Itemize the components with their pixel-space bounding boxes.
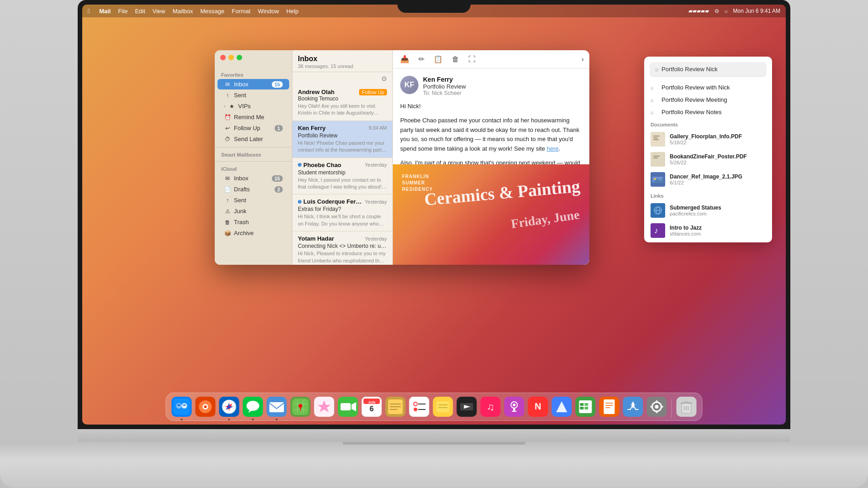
svg-rect-84 — [585, 407, 588, 409]
suggestion-item-1[interactable]: ⌕ Portfolio Review with Nick — [644, 81, 772, 94]
minimize-button[interactable] — [228, 55, 234, 60]
menubar-format[interactable]: Format — [232, 8, 250, 15]
move-toolbar-btn[interactable]: 📋 — [432, 54, 445, 64]
svg-rect-20 — [174, 399, 190, 415]
sidebar-item-icloud-inbox[interactable]: ✉ Inbox 15 — [217, 173, 289, 184]
svg-point-28 — [204, 405, 207, 408]
menubar-view[interactable]: View — [153, 8, 165, 15]
svg-rect-83 — [585, 403, 588, 406]
search-menubar-icon[interactable]: ⌕ — [725, 8, 728, 14]
search-suggestions: ⌕ Portfolio Review with Nick ⌕ Portfolio… — [644, 79, 772, 242]
search-input[interactable] — [662, 66, 761, 73]
dock-pixelmator[interactable] — [551, 396, 573, 418]
suggestion-item-2[interactable]: ⌕ Portfolio Review Meeting — [644, 94, 772, 106]
svg-rect-63 — [437, 401, 450, 412]
dock-facetime[interactable] — [337, 396, 359, 418]
dock-reminders[interactable] — [408, 396, 430, 418]
sidebar-remind-label: Remind Me — [234, 114, 283, 121]
dock-calendar[interactable]: JUN6 — [361, 396, 383, 418]
dock-news[interactable]: N — [527, 396, 549, 418]
apple-menu[interactable]:  — [88, 7, 90, 15]
svg-text:Ceramics & Painting: Ceramics & Painting — [423, 176, 581, 209]
menubar-help[interactable]: Help — [286, 8, 299, 15]
drafts-badge: 2 — [275, 186, 283, 193]
menubar-file[interactable]: File — [118, 8, 127, 15]
dock-messages[interactable] — [242, 396, 264, 418]
email-from-name: Ken Ferry — [423, 76, 582, 83]
dock-finder[interactable] — [171, 396, 193, 418]
email-link[interactable]: here — [547, 145, 559, 152]
svg-rect-82 — [580, 407, 584, 409]
sidebar-item-drafts[interactable]: 📄 Drafts 2 — [217, 184, 289, 194]
remind-me-icon: ⏰ — [224, 114, 231, 121]
sidebar-item-icloud-sent[interactable]: ↑ Sent — [217, 195, 289, 205]
dock-pages[interactable] — [598, 396, 620, 418]
mail-item-andrew[interactable]: Andrew Olah Follow Up Booking Temuco Hey… — [292, 85, 392, 121]
doc-item-2[interactable]: BookandZineFair_Poster.PDF 5/26/22 — [644, 149, 772, 169]
doc-thumb-3 — [651, 172, 665, 187]
mail-item-yotam[interactable]: Yotam Hadar Yesterday Connecting Nick <>… — [292, 231, 392, 265]
menubar-window[interactable]: Window — [258, 8, 279, 15]
avatar: KF — [400, 76, 418, 94]
mail-list-title: Inbox — [298, 55, 387, 63]
dock-trash[interactable] — [676, 396, 698, 418]
dock-stickies[interactable] — [432, 396, 454, 418]
compose-toolbar-btn[interactable]: ✏ — [417, 54, 426, 64]
sidebar-item-trash[interactable]: 🗑 Trash — [217, 217, 289, 227]
mail-item-luis[interactable]: Luis Coderque Fernandez Yesterday Extras… — [292, 194, 392, 231]
doc-item-1[interactable]: Gallery_Floorplan_Info.PDF 5/18/22 — [644, 129, 772, 149]
dock-podcasts[interactable] — [503, 396, 525, 418]
mail-item-phoebe[interactable]: Phoebe Chao Yesterday Student mentorship… — [292, 158, 392, 195]
dock-appstore[interactable] — [622, 396, 644, 418]
link-item-2[interactable]: ♪ Intro to Jazz sfdances.com — [644, 220, 772, 241]
wifi-icon: ⊖ — [715, 8, 719, 14]
delete-toolbar-btn[interactable]: 🗑 — [450, 54, 461, 64]
finder-dot — [181, 419, 183, 420]
more-toolbar-btn[interactable]: ⛶ — [466, 54, 477, 64]
sidebar-item-vips[interactable]: › ★ VIPs — [217, 101, 289, 111]
sidebar-item-junk[interactable]: ⚠ Junk — [217, 206, 289, 216]
sidebar-item-remind-me[interactable]: ⏰ Remind Me — [217, 112, 289, 122]
dock-music[interactable]: ♫ — [480, 396, 502, 418]
svg-rect-7 — [653, 156, 660, 157]
dock-launchpad[interactable] — [195, 396, 217, 418]
link-url-2: sfdances.com — [670, 231, 702, 236]
mail-list-toolbar: ⊙ — [292, 72, 392, 85]
suggestion-item-3[interactable]: ⌕ Portfolio Review Notes — [644, 106, 772, 118]
archive-toolbar-btn[interactable]: 📥 — [398, 54, 411, 64]
svg-text:♫: ♫ — [487, 401, 494, 413]
maximize-button[interactable] — [237, 55, 242, 60]
dock-maps[interactable] — [290, 396, 312, 418]
sidebar-item-archive[interactable]: 📦 Archive — [217, 228, 289, 238]
menubar-mailbox[interactable]: Mailbox — [173, 8, 193, 15]
doc-item-3[interactable]: Dancer_Ref_Image_2.1.JPG 6/1/22 — [644, 169, 772, 189]
dock-numbers[interactable] — [575, 396, 597, 418]
expand-toolbar-btn[interactable]: › — [582, 55, 584, 63]
icloud-inbox-badge: 15 — [272, 175, 283, 182]
icloud-inbox-icon: ✉ — [224, 175, 231, 182]
subject-luis: Extras for Friday? — [298, 206, 387, 212]
close-button[interactable] — [220, 55, 226, 60]
dock-mail[interactable] — [266, 396, 288, 418]
menubar-message[interactable]: Message — [201, 8, 225, 15]
reading-pane: 📥 ✏ 📋 🗑 ⛶ › KF Ken Ferry Portfolio Revie — [393, 50, 589, 265]
link-item-1[interactable]: Submerged Statues pacificrelics.com — [644, 200, 772, 220]
dock: JUN6 ♫ — [166, 393, 703, 421]
sidebar-item-send-later[interactable]: ⏱ Send Later — [217, 134, 289, 144]
dock-appletv[interactable] — [456, 396, 478, 418]
menubar-mail[interactable]: Mail — [99, 8, 111, 15]
dock-photos[interactable] — [313, 396, 335, 418]
svg-text:Friday, June: Friday, June — [510, 207, 581, 231]
dock-safari[interactable] — [218, 396, 240, 418]
sidebar-item-follow-up[interactable]: ↩ Follow Up 1 — [217, 123, 289, 133]
sidebar-item-sent[interactable]: ↑ Sent — [217, 90, 289, 100]
sidebar-item-inbox[interactable]: ✉ Inbox 15 — [217, 79, 289, 89]
dock-sysprefs[interactable] — [646, 396, 668, 418]
dock-notes[interactable] — [385, 396, 407, 418]
menubar-edit[interactable]: Edit — [135, 8, 145, 15]
follow-up-badge-andrew: Follow Up — [359, 89, 387, 95]
mail-item-ken[interactable]: Ken Ferry 9:34 AM Portfolio Review Hi Ni… — [292, 121, 392, 158]
sidebar-divider-2 — [215, 161, 292, 162]
email-event-image: FRANKLINSUMMERRESIDENCY Ceramics & Paint… — [393, 164, 589, 265]
filter-button[interactable]: ⊙ — [380, 73, 389, 84]
